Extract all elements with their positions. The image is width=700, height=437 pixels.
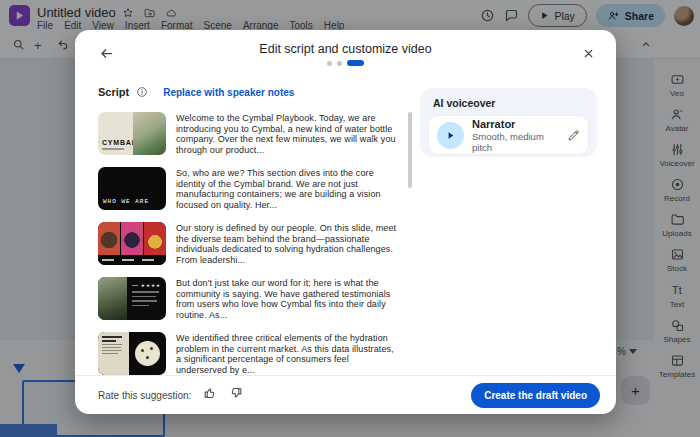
script-item-4[interactable]: ★★★★ But don't just take our word for it… (98, 277, 400, 320)
script-text-5[interactable]: We identified three critical elements of… (176, 332, 400, 375)
script-item-2[interactable]: WHO WE ARE So, who are we? This section … (98, 167, 400, 210)
script-item-3[interactable]: Our story is defined by our people. On t… (98, 222, 400, 265)
edit-voice-button[interactable] (567, 129, 580, 142)
script-item-5[interactable]: We identified three critical elements of… (98, 332, 400, 375)
dialog-title: Edit script and customize video (75, 42, 616, 56)
pencil-icon (567, 129, 580, 142)
voiceover-section-label: AI voiceover (433, 97, 588, 109)
thumbs-up-button[interactable] (203, 386, 217, 404)
slide-thumbnail-2: WHO WE ARE (98, 167, 166, 210)
thumbs-down-icon (229, 386, 243, 400)
slide-thumbnail-4: ★★★★ (98, 277, 166, 320)
voice-name: Narrator (472, 118, 559, 130)
step-dot-active (347, 60, 364, 66)
step-dot (337, 61, 342, 66)
create-draft-video-button[interactable]: Create the draft video (471, 383, 600, 408)
info-icon[interactable] (136, 86, 148, 98)
app-window: Untitled video File Edit View Insert For… (0, 0, 700, 437)
step-dot (327, 61, 332, 66)
voice-description: Smooth, medium pitch (472, 131, 559, 153)
script-section-label: Script (98, 86, 129, 98)
script-scrollbar[interactable] (408, 112, 412, 188)
script-text-3[interactable]: Our story is defined by our people. On t… (176, 222, 400, 265)
close-icon (582, 47, 595, 60)
slide4-photo (98, 277, 127, 320)
slide-thumbnail-5 (98, 332, 166, 375)
slide-thumbnail-1: CYMBAL (98, 112, 166, 155)
script-text-4[interactable]: But don't just take our word for it; her… (176, 277, 400, 320)
thumbs-down-button[interactable] (229, 386, 243, 404)
play-icon (446, 131, 455, 140)
script-text-1[interactable]: Welcome to the Cymbal Playbook. Today, w… (176, 112, 400, 155)
slide-thumbnail-3 (98, 222, 166, 265)
voice-preview-play-button[interactable] (437, 122, 464, 149)
script-text-2[interactable]: So, who are we? This section dives into … (176, 167, 400, 210)
script-item-1[interactable]: CYMBAL Welcome to the Cymbal Playbook. T… (98, 112, 400, 155)
rate-suggestion-label: Rate this suggestion: (98, 390, 191, 401)
slide1-photo (133, 112, 166, 155)
dialog-footer: Rate this suggestion: Create the draft v… (75, 375, 616, 414)
thumbs-up-icon (203, 386, 217, 400)
voice-card[interactable]: Narrator Smooth, medium pitch (429, 116, 588, 154)
step-indicator (75, 60, 616, 66)
edit-script-dialog: Edit script and customize video Script R… (75, 30, 616, 414)
ai-voiceover-panel: AI voiceover Narrator Smooth, medium pit… (420, 88, 597, 157)
replace-with-speaker-notes-link[interactable]: Replace with speaker notes (163, 87, 294, 98)
script-list: CYMBAL Welcome to the Cymbal Playbook. T… (98, 112, 400, 387)
